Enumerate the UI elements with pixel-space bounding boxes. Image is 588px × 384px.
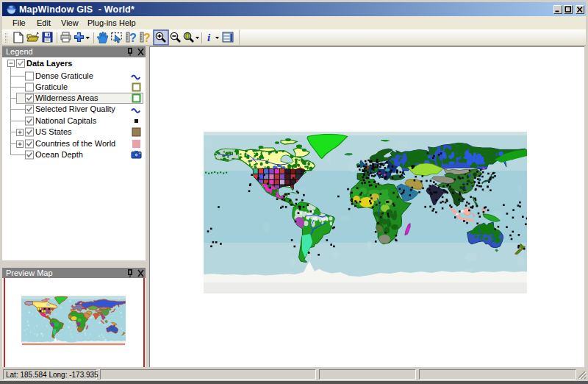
svg-text:?: ? bbox=[143, 32, 151, 44]
svg-text:?: ? bbox=[129, 32, 137, 44]
svg-text:i: i bbox=[207, 32, 211, 43]
